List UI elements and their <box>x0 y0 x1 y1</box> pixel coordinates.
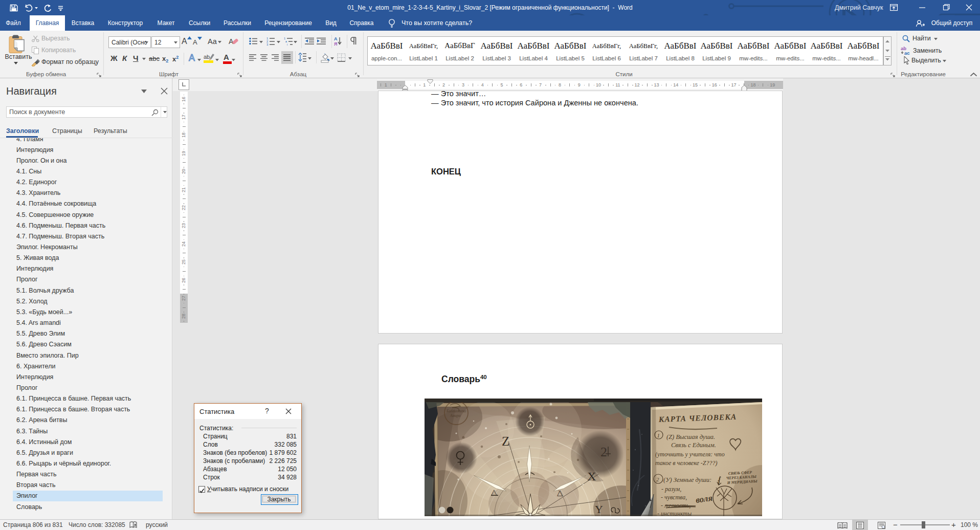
svg-text:(уточнить у учителя: что: (уточнить у учителя: что <box>655 451 725 458</box>
svg-text:3: 3 <box>266 43 269 46</box>
svg-text:А: А <box>334 36 338 41</box>
svg-text:- чувства,: - чувства, <box>661 494 687 501</box>
svg-text:(У) Земные души:: (У) Земные души: <box>663 476 711 483</box>
svg-text:Я: Я <box>334 41 337 46</box>
svg-text:ac: ac <box>904 50 910 55</box>
svg-text:2: 2 <box>600 445 607 459</box>
svg-text:1: 1 <box>657 432 660 438</box>
svg-text:X: X <box>587 470 596 483</box>
svg-text:Связь с Единым.: Связь с Единым. <box>671 441 716 449</box>
svg-text:такое в человеке -Z???): такое в человеке -Z???) <box>655 459 717 467</box>
svg-text:- разум,: - разум, <box>661 485 681 493</box>
svg-text:ab: ab <box>204 54 210 60</box>
svg-text:i: i <box>287 43 287 46</box>
svg-text:Y: Y <box>595 503 603 516</box>
svg-text:Библиотека: Библиотека <box>446 409 466 413</box>
svg-text:(Z) Высшая душа.: (Z) Высшая душа. <box>666 433 715 440</box>
svg-text:Z: Z <box>502 434 509 448</box>
svg-text:Амира: Амира <box>450 413 461 418</box>
svg-text:2: 2 <box>656 476 659 482</box>
